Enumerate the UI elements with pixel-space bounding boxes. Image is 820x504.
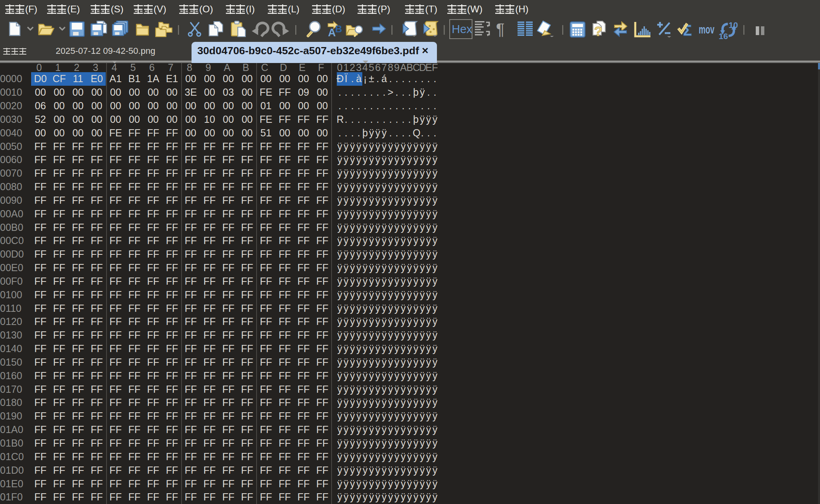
svg-text:?: ?	[594, 24, 603, 39]
svg-text:¶: ¶	[496, 20, 504, 38]
svg-text:A: A	[328, 27, 336, 39]
svg-text:16: 16	[719, 32, 728, 41]
svg-text:mov: mov	[699, 23, 715, 36]
svg-text:10: 10	[729, 20, 738, 30]
svg-text:Hex: Hex	[452, 23, 472, 35]
svg-text:B: B	[335, 24, 342, 34]
